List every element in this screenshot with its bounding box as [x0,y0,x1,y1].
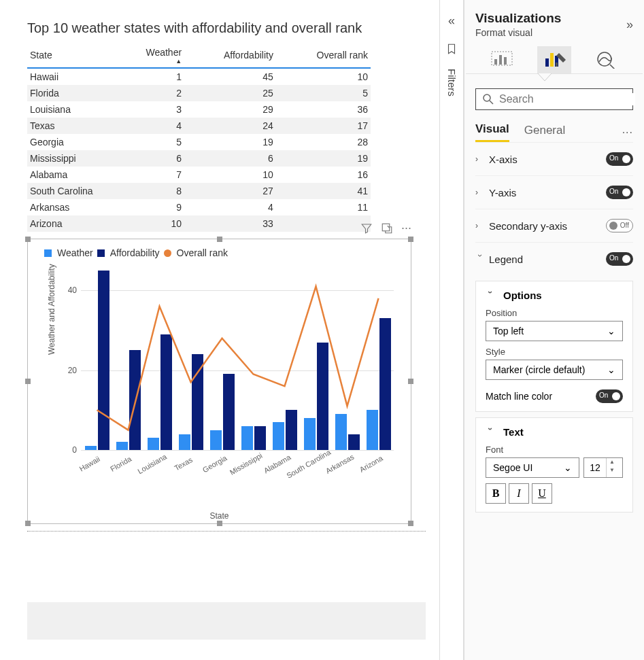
x-axis-title: State [28,511,411,521]
col-state[interactable]: State [27,43,116,68]
legend-label: Weather [57,247,93,258]
more-options-icon[interactable]: ··· [401,221,411,235]
y-tick-label: 40 [68,285,81,295]
bar-group[interactable] [179,354,203,450]
svg-rect-4 [504,57,507,65]
table-row[interactable]: South Carolina82741 [27,183,371,199]
toggle-y-axis[interactable]: On [606,186,633,199]
search-icon [483,94,494,105]
tab-visual[interactable]: Visual [475,122,509,142]
field-label: Style [486,347,623,357]
pane-subtitle: Format visual [475,27,626,38]
chevron-right-icon: › [475,188,485,197]
bar-group[interactable] [273,410,297,450]
bar-group[interactable] [304,343,328,450]
collapse-icon[interactable]: » [626,18,633,32]
resize-handle[interactable] [217,237,222,242]
svg-point-10 [484,94,490,101]
table-row[interactable]: Georgia51928 [27,134,371,150]
step-down-icon[interactable]: ▼ [607,466,617,474]
table-row[interactable]: Alabama71016 [27,167,371,183]
more-icon[interactable]: ··· [622,126,633,139]
table-row[interactable]: Arkansas9411 [27,199,371,215]
table-row[interactable]: Texas42417 [27,118,371,134]
resize-handle[interactable] [25,521,31,526]
bar-group[interactable] [367,318,391,450]
field-label: Font [486,445,623,455]
col-overall-rank[interactable]: Overall rank [276,43,371,68]
bold-button[interactable]: B [486,483,506,504]
search-field[interactable] [499,93,635,105]
pane-title: Visualizations [475,11,626,26]
format-visual-icon[interactable] [537,46,571,73]
bar-group[interactable] [335,414,360,450]
expand-icon[interactable]: » [448,15,455,29]
chevron-right-icon: › [475,154,485,164]
data-table: State Weather▲ Affordability Overall ran… [27,43,371,232]
toggle-match-line[interactable]: On [596,389,623,403]
setting-x-axis[interactable]: › X-axis On [475,142,633,175]
table-row[interactable]: Hawaii14510 [27,68,371,85]
build-visual-icon[interactable] [485,46,519,73]
chevron-right-icon: › [475,221,485,230]
y-axis-title: Weather and Affordability [47,264,56,355]
filter-icon[interactable] [360,222,373,235]
toggle-secondary-y[interactable]: Off [606,219,633,232]
font-family-select[interactable]: Segoe UI ⌄ [486,457,579,478]
table-row[interactable]: Florida2255 [27,85,371,101]
setting-secondary-y[interactable]: › Secondary y-axis Off [475,209,633,242]
chart-visual[interactable]: Weather Affordability Overall rank Weath… [27,239,411,524]
bar-group[interactable] [148,334,172,450]
italic-button[interactable]: I [509,483,529,504]
chevron-down-icon[interactable]: › [486,291,495,300]
search-input[interactable] [475,88,633,110]
analytics-icon[interactable] [590,46,624,73]
focus-mode-icon[interactable] [381,222,393,235]
legend-options-card: ›Options Position Top left ⌄ Style Marke… [475,281,633,412]
visualizations-pane: Visualizations Format visual » Visual Ge… [464,0,644,660]
table-row[interactable]: Arizona1033 [27,215,371,232]
legend-swatch-afford [97,249,105,257]
setting-y-axis[interactable]: › Y-axis On [475,175,633,209]
legend-label: Overall rank [177,247,228,258]
resize-handle[interactable] [25,379,31,384]
filters-label: Filters [446,69,458,97]
svg-point-9 [598,52,611,66]
step-up-icon[interactable]: ▲ [607,458,617,466]
tab-general[interactable]: General [524,124,565,141]
resize-handle[interactable] [408,379,413,384]
table-row[interactable]: Louisiana32936 [27,101,371,118]
filters-rail[interactable]: » Filters [439,0,464,660]
legend-position-select[interactable]: Top left ⌄ [486,321,623,341]
legend-text-card: ›Text Font Segoe UI ⌄ ▲▼ B I U [475,417,633,513]
resize-handle[interactable] [25,237,31,242]
svg-rect-0 [382,224,390,231]
toggle-x-axis[interactable]: On [606,152,633,166]
legend-swatch-weather [44,249,52,257]
resize-handle[interactable] [408,237,413,242]
setting-legend[interactable]: › Legend On [475,242,633,275]
resize-handle[interactable] [217,521,222,526]
chevron-down-icon: ⌄ [607,364,615,375]
sort-indicator-icon: ▲ [118,59,182,63]
svg-rect-8 [556,63,558,67]
bar-group[interactable] [85,271,109,450]
table-row[interactable]: Mississippi6619 [27,150,371,167]
font-size-input[interactable] [584,458,606,477]
toggle-legend[interactable]: On [606,252,633,266]
match-line-label: Match line color [486,391,596,402]
bar-group[interactable] [210,374,235,450]
chevron-down-icon[interactable]: › [486,428,495,437]
y-tick-label: 0 [72,445,81,455]
resize-handle[interactable] [408,521,413,526]
col-weather[interactable]: Weather▲ [116,43,184,68]
chevron-down-icon: ⌄ [607,326,615,336]
legend-style-select[interactable]: Marker (circle default) ⌄ [486,360,623,380]
chevron-down-icon: › [475,254,485,264]
bar-group[interactable] [241,426,266,450]
bookmark-icon[interactable] [445,43,458,55]
col-affordability[interactable]: Affordability [184,43,276,68]
font-size-stepper[interactable]: ▲▼ [583,457,623,478]
bar-group[interactable] [116,350,141,450]
underline-button[interactable]: U [532,483,552,504]
